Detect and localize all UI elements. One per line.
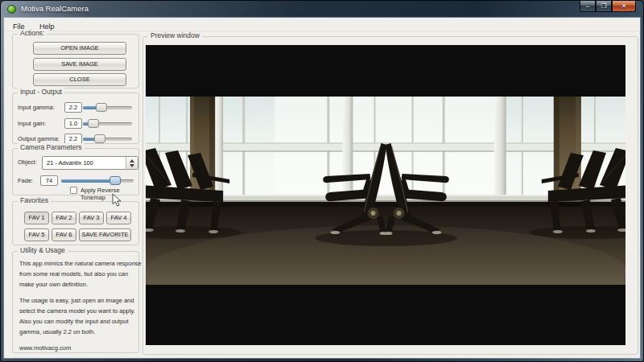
fav1-button[interactable]: FAV 1: [24, 212, 49, 224]
usage-line: This app mimics the natural camera respo…: [19, 258, 142, 269]
fav6-button[interactable]: FAV 6: [52, 228, 76, 241]
camera-model-select[interactable]: 21 - Advantix 100: [42, 156, 138, 170]
input-gamma-slider[interactable]: [83, 102, 132, 113]
camera-parameters-group-label: Camera Parameters: [18, 143, 85, 151]
open-image-button[interactable]: OPEN IMAGE: [33, 42, 126, 55]
fade-slider-handle[interactable]: [109, 176, 121, 185]
favorites-group-label: Favorites: [18, 196, 51, 204]
menu-bar: File Help: [4, 18, 640, 31]
spin-up-icon[interactable]: [130, 159, 134, 162]
usage-line: select the camera model you want to appl…: [19, 306, 142, 316]
fav2-button[interactable]: FAV 2: [52, 212, 76, 224]
close-button[interactable]: ✕: [612, 1, 636, 12]
input-output-group: Input - Output Input gamma: 2.2 Input ga…: [12, 93, 139, 144]
input-gain-value[interactable]: 1.0: [64, 118, 82, 129]
app-window: Motiva RealCamera – ❐ ✕ File Help Action…: [0, 0, 644, 362]
fade-value[interactable]: 74: [40, 175, 58, 186]
fav3-button[interactable]: FAV 3: [79, 212, 104, 224]
minimize-button[interactable]: –: [580, 1, 596, 12]
fav4-button[interactable]: FAV 4: [106, 212, 131, 224]
usage-line: gamma, usually 2.2 on both.: [19, 327, 142, 337]
output-gamma-slider[interactable]: [83, 134, 132, 144]
save-favorite-button[interactable]: SAVE FAVORITE: [79, 228, 131, 241]
window-title: Motiva RealCamera: [21, 4, 89, 13]
usage-line: from some real models, but also you can: [19, 269, 142, 279]
actions-group-label: Actions:: [18, 29, 47, 37]
preview-group: Preview window: [142, 36, 638, 355]
close-app-button[interactable]: CLOSE: [33, 73, 126, 86]
favorites-group: Favorites FAV 1 FAV 2 FAV 3 FAV 4 FAV 5 …: [12, 201, 139, 245]
output-gamma-slider-handle[interactable]: [94, 134, 105, 143]
input-output-group-label: Input - Output: [18, 88, 64, 96]
input-gamma-label: Input gamma:: [18, 104, 55, 111]
usage-line: Also you can modify the input and output: [19, 316, 142, 327]
object-label: Object:: [18, 158, 37, 166]
output-gamma-label: Output gamma:: [18, 135, 60, 142]
usage-group-label: Utility & Usage: [18, 246, 68, 254]
actions-group: Actions: OPEN IMAGE SAVE IMAGE CLOSE: [12, 34, 139, 88]
usage-group: Utility & Usage This app mimics the natu…: [12, 251, 139, 353]
fade-label: Fade:: [18, 177, 33, 184]
input-gamma-value[interactable]: 2.2: [64, 102, 82, 113]
website-link: www.motivacg.com: [19, 343, 142, 353]
app-icon: [7, 5, 16, 14]
preview-group-label: Preview window: [148, 31, 202, 39]
usage-text: This app mimics the natural camera respo…: [19, 258, 142, 353]
preview-canvas[interactable]: [146, 45, 625, 345]
reverse-tonemap-label: Apply Reverse Tonemap: [80, 187, 138, 201]
fav5-button[interactable]: FAV 5: [24, 228, 49, 241]
usage-line-blank: [19, 337, 142, 343]
camera-parameters-group: Camera Parameters Object: 21 - Advantix …: [12, 148, 139, 195]
save-image-button[interactable]: SAVE IMAGE: [33, 58, 126, 71]
window-content: File Help Actions: OPEN IMAGE SAVE IMAGE…: [4, 18, 640, 358]
mouse-cursor: [112, 194, 122, 207]
spin-down-icon[interactable]: [130, 164, 134, 167]
input-gain-slider[interactable]: [83, 118, 132, 129]
usage-line-blank: [19, 290, 142, 295]
fade-slider[interactable]: [61, 175, 134, 186]
preview-image: [146, 97, 625, 285]
usage-line: The usage is easy, just open an image an…: [19, 295, 142, 306]
usage-line: make your own definition.: [19, 279, 142, 290]
camera-model-spinner[interactable]: [126, 157, 138, 169]
input-gamma-slider-handle[interactable]: [96, 103, 107, 112]
title-bar[interactable]: Motiva RealCamera – ❐ ✕: [1, 1, 643, 18]
camera-model-value: 21 - Advantix 100: [47, 159, 93, 167]
reverse-tonemap-checkbox[interactable]: [70, 187, 77, 194]
maximize-button[interactable]: ❐: [596, 1, 612, 12]
input-gain-label: Input gain:: [18, 120, 46, 127]
input-gain-slider-handle[interactable]: [88, 119, 99, 128]
